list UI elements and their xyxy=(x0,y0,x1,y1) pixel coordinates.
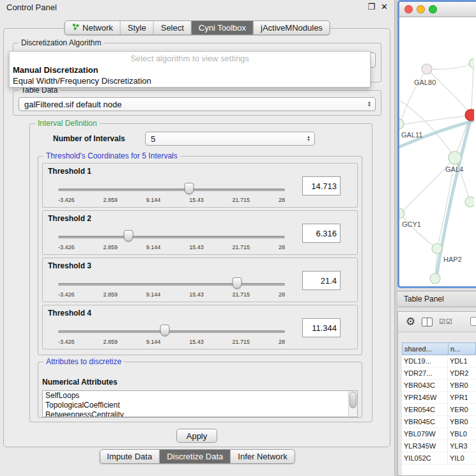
network-node[interactable] xyxy=(465,197,474,207)
threshold-label: Threshold 1 xyxy=(48,167,91,176)
clipped-toolbar-icon[interactable] xyxy=(470,317,476,326)
interval-definition-group: Interval Definition Number of Intervals … xyxy=(29,123,372,422)
attribute-item[interactable]: TopologicalCoefficient xyxy=(43,401,357,410)
zoom-window-button[interactable] xyxy=(429,5,437,13)
table-cell: YBR0 xyxy=(448,380,476,391)
network-node[interactable] xyxy=(422,64,432,74)
right-region: GAL80GAL11GAL4GCY1HAP2 Table Panel ⚙ ☑☑ … xyxy=(397,0,476,476)
threshold-value-field[interactable]: 6.316 xyxy=(302,224,341,243)
select-columns-icon[interactable]: ☑☑ xyxy=(439,318,453,326)
algorithm-option[interactable]: Equal Width/Frequency Discretization xyxy=(10,75,370,86)
table-row[interactable]: YER054CYER0 xyxy=(402,404,476,416)
table-row[interactable]: YPR145WYPR1 xyxy=(402,392,476,404)
table-cell: YBR045C xyxy=(402,416,448,427)
slider-thumb[interactable] xyxy=(184,183,194,194)
list-scrollbar[interactable] xyxy=(348,391,357,417)
tab-network[interactable]: Network xyxy=(65,21,121,35)
tick-label: 28 xyxy=(279,291,285,298)
tick-label: 28 xyxy=(279,339,285,345)
network-edge xyxy=(400,69,427,123)
threshold-slider[interactable] xyxy=(58,235,285,240)
node-label: HAP2 xyxy=(443,256,462,263)
stepper-icon[interactable]: ▲ ▼ xyxy=(305,135,314,142)
table-header-row: shared...n... xyxy=(402,342,476,355)
slider-scale: -3.4262.8599.14415.4321.71528 xyxy=(58,244,285,250)
settings-gear-icon[interactable]: ⚙ xyxy=(406,316,415,327)
table-cell: YIL052C xyxy=(402,452,448,464)
network-canvas[interactable]: GAL80GAL11GAL4GCY1HAP2 xyxy=(399,17,474,286)
column-header[interactable]: n... xyxy=(448,342,476,355)
table-panel-header[interactable]: Table Panel xyxy=(397,291,476,307)
threshold-value-field[interactable]: 14.713 xyxy=(302,176,341,196)
slider-thumb[interactable] xyxy=(160,325,169,336)
threshold-value-field[interactable]: 21.4 xyxy=(302,271,341,290)
threshold-slider[interactable] xyxy=(58,188,285,193)
slider-track[interactable] xyxy=(58,188,285,191)
threshold-value-field[interactable]: 11.344 xyxy=(302,318,341,337)
stepper-icon[interactable]: ▲ ▼ xyxy=(365,101,375,107)
tab-select[interactable]: Select xyxy=(154,21,192,35)
interval-count-combobox[interactable]: 5 ▲ ▼ xyxy=(145,132,315,146)
network-node[interactable] xyxy=(430,273,440,284)
slider-thumb[interactable] xyxy=(124,230,134,242)
tab-impute-data[interactable]: Impute Data xyxy=(100,450,160,463)
thresholds-coordinates-group: Threshold's Coordinates for 5 Intervals … xyxy=(38,156,362,355)
tick-label: 15.43 xyxy=(189,244,204,250)
control-panel-titlebar: Control Panel ❐ ✕ xyxy=(0,0,394,15)
dropdown-placeholder: Select algorithm to view settings xyxy=(10,53,370,65)
threshold-row: Threshold 1-3.4262.8599.14415.4321.71528… xyxy=(42,163,358,208)
attribute-item[interactable]: BetweennessCentrality xyxy=(43,410,357,417)
group-title: Interval Definition xyxy=(35,119,100,128)
table-cell: YBL079W xyxy=(402,428,448,440)
numerical-attributes-list[interactable]: SelfLoopsTopologicalCoefficientBetweenne… xyxy=(42,390,358,417)
tab-style[interactable]: Style xyxy=(121,21,154,35)
minimize-window-button[interactable] xyxy=(417,5,425,13)
table-data-combobox[interactable]: galFiltered.sif default node ▲ ▼ xyxy=(19,97,376,111)
close-window-icon[interactable]: ✕ xyxy=(381,2,388,12)
tab-infer-network[interactable]: Infer Network xyxy=(231,450,294,463)
tick-label: 21.715 xyxy=(233,244,250,250)
table-data-group: Table Data galFiltered.sif default node … xyxy=(13,90,381,116)
columns-icon[interactable] xyxy=(422,318,433,326)
tab-jactivemnodules[interactable]: jActiveMNodules xyxy=(254,21,330,35)
tick-label: 2.859 xyxy=(103,244,118,250)
slider-track[interactable] xyxy=(58,236,285,238)
table-row[interactable]: YLR345WYLR3 xyxy=(402,440,476,452)
network-node[interactable] xyxy=(432,243,442,254)
table-row[interactable]: YDR27...YDR2 xyxy=(402,367,476,380)
algorithm-option[interactable]: Manual Discretization xyxy=(10,65,370,75)
group-title: Discretization Algorithm xyxy=(19,38,104,47)
close-window-button[interactable] xyxy=(404,5,413,13)
tab-label: jActiveMNodules xyxy=(261,23,323,33)
attribute-item[interactable]: SelfLoops xyxy=(43,391,357,401)
slider-track[interactable] xyxy=(58,330,285,333)
network-node[interactable] xyxy=(469,59,474,68)
threshold-slider[interactable] xyxy=(58,330,285,335)
slider-thumb[interactable] xyxy=(233,277,242,289)
table-row[interactable]: YBR045CYBR0 xyxy=(402,416,476,428)
table-row[interactable]: YDL19...YDL1 xyxy=(402,355,476,367)
apply-button[interactable]: Apply xyxy=(176,429,217,443)
table-cell: YER054C xyxy=(402,404,448,415)
table-row[interactable]: YBL079WYBL0 xyxy=(402,428,476,440)
tab-discretize-data[interactable]: Discretize Data xyxy=(160,450,231,463)
network-node[interactable] xyxy=(399,119,404,129)
network-node[interactable] xyxy=(465,109,474,121)
scrollbar-thumb[interactable] xyxy=(349,392,357,408)
table-row[interactable]: YIL052CYIL0 xyxy=(402,452,476,464)
table-cell: YER0 xyxy=(448,404,476,415)
network-window-titlebar xyxy=(399,2,476,17)
table-row[interactable]: YBR043CYBR0 xyxy=(402,380,476,392)
column-header[interactable]: shared... xyxy=(402,342,448,355)
float-window-icon[interactable]: ❐ xyxy=(367,2,375,12)
threshold-row: Threshold 2-3.4262.8599.14415.4321.71528… xyxy=(42,210,358,255)
network-edge xyxy=(471,68,473,115)
stepper-down-icon: ▼ xyxy=(367,104,371,107)
table-cell: YIL0 xyxy=(448,452,476,464)
slider-track[interactable] xyxy=(58,283,285,286)
tab-cyni-toolbox[interactable]: Cyni Toolbox xyxy=(192,21,254,35)
table-toolbar: ⚙ ☑☑ xyxy=(398,312,476,332)
threshold-slider[interactable] xyxy=(58,282,285,288)
network-node[interactable] xyxy=(449,151,461,164)
network-icon xyxy=(72,23,79,33)
